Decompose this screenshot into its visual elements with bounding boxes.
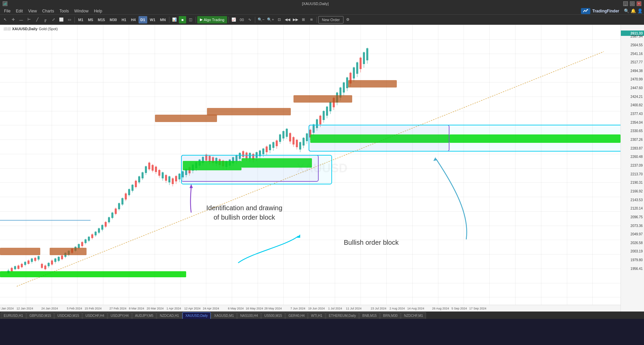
new-order-button[interactable]: New Order: [318, 16, 343, 23]
tf-m1[interactable]: M1: [76, 16, 85, 23]
bell-icon[interactable]: 🔔: [631, 8, 636, 13]
volume-btn[interactable]: ≋: [308, 16, 315, 23]
price-2283: 2283.87: [631, 146, 643, 150]
algo-trading-button[interactable]: ▶ Algo Trading: [197, 16, 227, 23]
fit-btn[interactable]: ⊡: [276, 16, 283, 23]
toolbar: ↖ ✛ — ⊢ ╱ ╔ ⤢ ⬜ ▭ M1 M5 M15 M30 H1 H4 D1…: [0, 15, 644, 25]
settings-btn[interactable]: ⚙: [344, 16, 352, 23]
tab-nzdchf-m1[interactable]: NZDCHF,M1: [401, 312, 426, 319]
tf-w1[interactable]: W1: [148, 16, 158, 23]
tab-usdchf-h4[interactable]: USDCHF,H4: [83, 312, 107, 319]
tab-us500-m15[interactable]: US500,M15: [261, 312, 285, 319]
annotation-box-cyan: [181, 155, 332, 184]
crosshair-tool[interactable]: ✛: [9, 16, 17, 23]
window-controls[interactable]: _ □ ✕: [623, 1, 641, 6]
tab-nas100-h4[interactable]: NAS100,H4: [237, 312, 261, 319]
date-sep17: 17 Sep 2024: [469, 307, 486, 310]
date-may16: 16 May 2024: [246, 307, 263, 310]
arrow-tool[interactable]: ↖: [1, 16, 9, 23]
date-aug14: 14 Aug 2024: [407, 307, 424, 310]
channel-tool[interactable]: ╔: [42, 16, 49, 23]
tf-mn[interactable]: MN: [158, 16, 168, 23]
tab-bnb-m15[interactable]: BNB,M15: [359, 312, 380, 319]
scroll-left-btn[interactable]: ◀◀: [284, 16, 291, 23]
menu-file[interactable]: File: [1, 8, 13, 14]
grid-btn[interactable]: ⊞: [300, 16, 307, 23]
shape-tool[interactable]: ⬜: [58, 16, 65, 23]
price-1956: 1956.41: [631, 267, 643, 270]
menu-view[interactable]: View: [25, 8, 40, 14]
menu-bar: File Edit View Charts Tools Window Help …: [0, 7, 644, 15]
svg-rect-85: [142, 172, 144, 178]
price-2120: 2120.14: [631, 207, 643, 210]
menu-help[interactable]: Help: [91, 8, 105, 14]
tab-usdcad-m15[interactable]: USDCAD,M15: [54, 312, 82, 319]
tab-xauusd-daily[interactable]: XAUUSD,Daily: [182, 312, 211, 319]
date-jan12: 12 Jan 2024: [16, 307, 33, 310]
price-2447: 2447.60: [631, 86, 643, 90]
menu-window[interactable]: Window: [71, 8, 91, 14]
tab-ger40-h4[interactable]: GER40,H4: [285, 312, 308, 319]
tpl-btn[interactable]: ∿: [246, 16, 254, 23]
line-tool[interactable]: —: [17, 16, 25, 23]
fibonacci-tool[interactable]: ⤢: [50, 16, 57, 23]
svg-rect-49: [81, 242, 83, 246]
date-apr24: 24 Apr 2024: [203, 307, 219, 310]
tab-brn-m30[interactable]: BRN,M30: [380, 312, 400, 319]
trendline-tool[interactable]: ╱: [34, 16, 41, 23]
svg-rect-197: [329, 102, 331, 111]
close-button[interactable]: ✕: [637, 1, 641, 6]
svg-rect-97: [162, 172, 164, 178]
scroll-right-btn[interactable]: ▶▶: [292, 16, 299, 23]
tab-nzdcad-h1[interactable]: NZDCAD,H1: [157, 312, 182, 319]
date-jan24: 24 Jan 2024: [41, 307, 58, 310]
tf-h1[interactable]: H1: [119, 16, 128, 23]
tf-m5[interactable]: M5: [86, 16, 95, 23]
logo-text: TradingFinder: [592, 9, 619, 13]
zoom-in-btn[interactable]: 🔍+: [266, 16, 275, 23]
tab-ethereum-daily[interactable]: ETHEREUM,Daily: [326, 312, 359, 319]
svg-rect-219: [366, 48, 368, 60]
svg-rect-35: [58, 257, 60, 261]
date-sep5: 5 Sep 2024: [451, 307, 467, 310]
maximize-button[interactable]: □: [630, 1, 635, 6]
separator-2: [169, 17, 169, 23]
tab-usdjpy-h4[interactable]: USDJPY,H4: [108, 312, 132, 319]
bearish-ob-2: [50, 248, 87, 255]
candle-chart-btn[interactable]: ◫: [187, 16, 194, 23]
period-sep-btn[interactable]: 00: [238, 16, 246, 23]
zoom-out-btn[interactable]: 🔍−: [257, 16, 265, 23]
price-2354: 2354.04: [631, 120, 643, 124]
price-1979: 1979.80: [631, 258, 643, 262]
menu-tools[interactable]: Tools: [57, 8, 71, 14]
user-icon[interactable]: 👤: [637, 8, 643, 13]
tab-wti-h1[interactable]: WTI,H1: [308, 312, 325, 319]
separator-5: [255, 17, 255, 23]
svg-rect-11: [17, 266, 19, 269]
date-aug26: 26 Aug 2024: [432, 307, 449, 310]
tab-eurusd-h1[interactable]: EURUSD,H1: [1, 312, 26, 319]
search-icon[interactable]: 🔍: [624, 8, 629, 13]
hline-tool[interactable]: ⊢: [25, 16, 33, 23]
svg-rect-91: [152, 165, 154, 171]
minimize-button[interactable]: _: [623, 1, 628, 6]
rect-tool[interactable]: ▭: [66, 16, 73, 23]
price-2424: 2424.21: [631, 95, 643, 98]
bar-chart-btn[interactable]: ■: [179, 16, 186, 23]
svg-rect-17: [28, 261, 30, 264]
tab-audjpy-m5[interactable]: AUDJPY,M5: [132, 312, 157, 319]
tab-xagusd-m1[interactable]: XAGUSD,M1: [211, 312, 237, 319]
svg-rect-87: [145, 166, 147, 173]
tf-m30[interactable]: M30: [108, 16, 119, 23]
tab-gbpusd-m15[interactable]: GBPUSD,M15: [26, 312, 54, 319]
tf-d1[interactable]: D1: [139, 16, 147, 23]
indicators-btn[interactable]: 📈: [230, 16, 237, 23]
tf-m15[interactable]: M15: [96, 16, 107, 23]
menu-charts[interactable]: Charts: [40, 8, 57, 14]
chart-type-btn[interactable]: 📊: [171, 16, 178, 23]
menu-edit[interactable]: Edit: [13, 8, 25, 14]
svg-rect-73: [121, 198, 123, 205]
tf-h4[interactable]: H4: [129, 16, 138, 23]
bottom-tabs: EURUSD,H1 GBPUSD,M15 USDCAD,M15 USDCHF,H…: [0, 311, 644, 319]
chart-container[interactable]: XAUUSD: [0, 25, 644, 311]
